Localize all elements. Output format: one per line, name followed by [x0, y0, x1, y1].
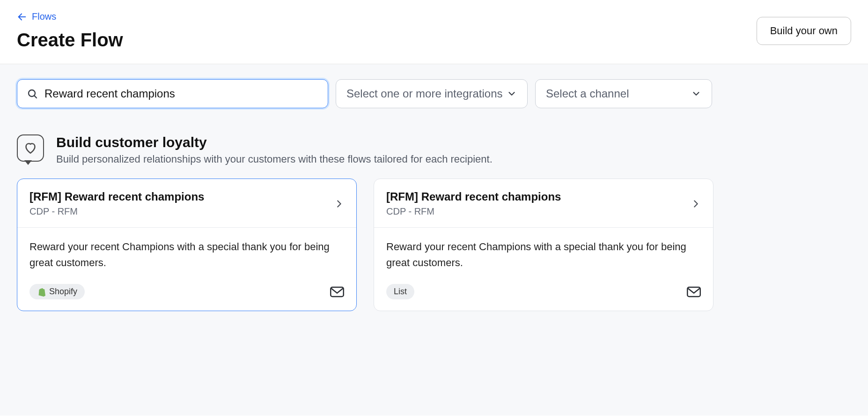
breadcrumb-label: Flows — [32, 11, 56, 22]
channel-placeholder: Select a channel — [546, 87, 629, 100]
flow-card-footer: Shopify — [17, 276, 356, 311]
page-title: Create Flow — [17, 30, 123, 51]
flow-card-meta: CDP - RFM — [29, 206, 204, 217]
chevron-down-icon — [507, 89, 517, 99]
svg-rect-3 — [331, 287, 344, 297]
flow-card-desc: Reward your recent Champions with a spec… — [17, 228, 356, 276]
shopify-icon — [37, 287, 45, 297]
cards-row: [RFM] Reward recent champions CDP - RFM … — [17, 179, 851, 311]
chevron-right-icon — [691, 199, 701, 209]
chevron-down-icon — [691, 89, 701, 99]
search-icon — [27, 88, 38, 99]
svg-rect-4 — [687, 287, 700, 297]
flow-card[interactable]: [RFM] Reward recent champions CDP - RFM … — [17, 179, 357, 311]
flow-card-footer: List — [374, 276, 713, 311]
section-subtitle: Build personalized relationships with yo… — [56, 153, 493, 165]
section-title: Build customer loyalty — [56, 134, 493, 150]
integration-tag-shopify: Shopify — [29, 284, 85, 299]
svg-line-2 — [34, 96, 37, 98]
channel-select[interactable]: Select a channel — [535, 79, 712, 108]
integrations-placeholder: Select one or more integrations — [346, 87, 503, 100]
integrations-select[interactable]: Select one or more integrations — [336, 79, 528, 108]
build-your-own-button[interactable]: Build your own — [757, 17, 851, 45]
back-arrow-icon — [17, 12, 27, 22]
flow-card-title: [RFM] Reward recent champions — [29, 190, 204, 203]
flow-card-head[interactable]: [RFM] Reward recent champions CDP - RFM — [374, 179, 713, 228]
mail-icon — [330, 286, 344, 298]
flow-card[interactable]: [RFM] Reward recent champions CDP - RFM … — [374, 179, 714, 311]
search-field-wrap[interactable] — [17, 79, 328, 108]
mail-icon — [687, 286, 701, 298]
filters-row: Select one or more integrations Select a… — [17, 79, 851, 108]
content-area: Select one or more integrations Select a… — [0, 64, 868, 416]
breadcrumb-flows[interactable]: Flows — [17, 11, 123, 22]
integration-tag-label: Shopify — [49, 287, 77, 297]
flow-card-meta: CDP - RFM — [386, 206, 561, 217]
page-header: Flows Create Flow Build your own — [0, 0, 868, 64]
flow-card-head[interactable]: [RFM] Reward recent champions CDP - RFM — [17, 179, 356, 228]
integration-tag-label: List — [394, 287, 407, 297]
flow-card-desc: Reward your recent Champions with a spec… — [374, 228, 713, 276]
header-left: Flows Create Flow — [17, 11, 123, 51]
integration-tag-list: List — [386, 284, 414, 299]
flow-card-title: [RFM] Reward recent champions — [386, 190, 561, 203]
search-input[interactable] — [44, 87, 318, 100]
loyalty-icon — [17, 134, 44, 162]
section-header: Build customer loyalty Build personalize… — [17, 134, 851, 165]
chevron-right-icon — [334, 199, 344, 209]
